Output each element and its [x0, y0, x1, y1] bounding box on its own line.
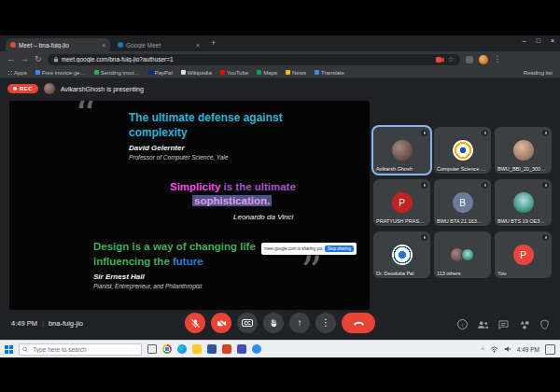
- system-tray: ^ 4:49 PM: [482, 344, 555, 355]
- mic-indicator-icon: [542, 182, 549, 189]
- meeting-meta: 4:49 PM | bna-fuig-jio: [11, 319, 83, 328]
- participant-avatar: [392, 245, 413, 265]
- url-text: meet.google.com/bna-fuig-jio?authuser=1: [62, 56, 434, 63]
- camera-in-use-icon[interactable]: [436, 57, 444, 63]
- more-options-icon: ⋮: [321, 318, 330, 328]
- volume-icon[interactable]: [504, 345, 511, 353]
- reading-list-button[interactable]: Reading list: [524, 70, 553, 76]
- side-panel-buttons: i: [456, 318, 551, 330]
- participant-tile[interactable]: BWU BTS 19 OE3…: [495, 179, 552, 226]
- address-bar[interactable]: meet.google.com/bna-fuig-jio?authuser=1 …: [48, 54, 460, 65]
- start-button[interactable]: [5, 345, 13, 354]
- bookmark-favicon-icon: [94, 70, 99, 75]
- participant-tile[interactable]: BWU_BBI_20_300…: [495, 127, 552, 174]
- powerpoint-taskbar-icon[interactable]: [222, 344, 231, 354]
- chat-button[interactable]: [497, 318, 510, 330]
- quote-1-author: David Gelernter: [129, 144, 185, 152]
- tab-close-icon[interactable]: ×: [102, 42, 105, 49]
- meet-favicon-icon: [118, 42, 123, 48]
- recording-dot-icon: [13, 87, 17, 91]
- wifi-icon[interactable]: [490, 346, 498, 353]
- browser-menu-icon[interactable]: ⋮: [494, 55, 502, 63]
- bookmark-item[interactable]: Free invoice ge…: [35, 70, 86, 76]
- browser-tab-meet[interactable]: Meet – bna-fuig-jio ×: [6, 38, 110, 51]
- host-controls-button[interactable]: [539, 318, 551, 330]
- participant-tile[interactable]: B BWU BTA 21 163…: [434, 179, 491, 226]
- meeting-details-button[interactable]: i: [456, 318, 469, 330]
- activities-button[interactable]: [518, 318, 530, 330]
- bookmarks-bar: Apps Free invoice ge… Sending invoi… Pay…: [0, 67, 560, 78]
- participant-tile[interactable]: Dr. Deodutta Pal: [373, 231, 430, 278]
- participant-name: PRATYUSH PRASU…: [376, 218, 427, 224]
- file-explorer-icon[interactable]: [192, 344, 202, 354]
- teams-taskbar-icon[interactable]: [237, 344, 246, 354]
- new-tab-button[interactable]: +: [211, 38, 216, 48]
- bookmark-item[interactable]: YouTube: [220, 70, 249, 76]
- word-taskbar-icon[interactable]: [207, 344, 217, 354]
- end-call-button[interactable]: [342, 313, 375, 333]
- mic-indicator-icon: [482, 182, 488, 189]
- bookmark-item[interactable]: Maps: [257, 70, 277, 76]
- participant-avatar: [392, 140, 413, 161]
- bookmark-favicon-icon: [257, 70, 261, 75]
- bookmark-item[interactable]: News: [286, 70, 306, 76]
- stop-sharing-button[interactable]: Stop sharing: [325, 245, 354, 252]
- search-input[interactable]: [31, 345, 138, 354]
- clock-text: 4:49 PM: [11, 319, 37, 328]
- back-icon[interactable]: ←: [7, 55, 15, 63]
- edge-taskbar-icon[interactable]: [177, 344, 187, 354]
- more-options-button[interactable]: ⋮: [315, 313, 336, 333]
- browser-tab-secondary[interactable]: Google Meet ×: [113, 38, 204, 51]
- windows-taskbar: ^ 4:49 PM: [0, 340, 560, 357]
- participant-name: Avikarsh Ghosh: [376, 166, 427, 172]
- forward-icon[interactable]: →: [21, 55, 29, 63]
- profile-avatar[interactable]: [479, 55, 488, 64]
- shield-icon: [540, 319, 549, 329]
- camera-button[interactable]: [211, 313, 231, 333]
- bookmark-star-icon[interactable]: ☆: [447, 55, 454, 63]
- present-icon: ↑: [298, 318, 302, 328]
- zoom-taskbar-icon[interactable]: [252, 344, 261, 354]
- participant-tile[interactable]: Avikarsh Ghosh: [373, 127, 430, 174]
- task-view-button[interactable]: [147, 344, 157, 354]
- participant-name: You: [497, 271, 549, 276]
- participant-tile-you[interactable]: P You: [495, 231, 552, 278]
- apps-shortcut[interactable]: Apps: [7, 70, 27, 76]
- bookmark-item[interactable]: Translate: [315, 70, 344, 76]
- action-center-icon[interactable]: [545, 344, 555, 355]
- quote-3-author: Sir Ernest Hall: [93, 273, 145, 281]
- window-minimize-button[interactable]: –: [523, 37, 526, 44]
- tray-chevron-icon[interactable]: ^: [482, 346, 484, 353]
- participant-tile-others[interactable]: 113 others: [434, 231, 491, 278]
- participant-avatar: P: [392, 192, 413, 213]
- mic-button[interactable]: [185, 313, 205, 333]
- window-close-button[interactable]: ×: [551, 37, 554, 44]
- mic-indicator-icon: [542, 130, 549, 136]
- bookmark-item[interactable]: Wikipedia: [181, 70, 212, 76]
- tab-close-icon[interactable]: ×: [196, 42, 200, 49]
- participant-avatar: P: [513, 245, 534, 265]
- camera-off-icon: [217, 318, 227, 329]
- end-call-icon: [353, 320, 365, 326]
- captions-button[interactable]: CC: [237, 313, 258, 333]
- bookmark-item[interactable]: Sending invoi…: [94, 70, 140, 76]
- meeting-code: bna-fuig-jio: [49, 319, 83, 328]
- present-button[interactable]: ↑: [289, 313, 310, 333]
- bookmark-favicon-icon: [35, 70, 40, 75]
- window-maximize-button[interactable]: □: [537, 37, 540, 44]
- extensions-icon[interactable]: [466, 56, 473, 63]
- participant-tile[interactable]: P PRATYUSH PRASU…: [373, 179, 430, 226]
- raise-hand-button[interactable]: [263, 313, 284, 333]
- reload-icon[interactable]: ↻: [35, 55, 42, 63]
- chat-icon: [498, 320, 509, 329]
- people-button[interactable]: [477, 318, 489, 330]
- participant-name: Computer Science a…: [437, 166, 488, 172]
- taskbar-clock[interactable]: 4:49 PM: [517, 346, 539, 353]
- taskbar-search[interactable]: [19, 343, 142, 356]
- participant-tile[interactable]: Computer Science a…: [434, 127, 491, 174]
- chrome-taskbar-icon[interactable]: [162, 344, 172, 354]
- activities-icon: [519, 320, 530, 329]
- browser-tab-strip: Meet – bna-fuig-jio × Google Meet × + – …: [0, 35, 560, 51]
- bookmark-item[interactable]: PayPal: [148, 70, 173, 76]
- browser-toolbar: ← → ↻ meet.google.com/bna-fuig-jio?authu…: [0, 51, 560, 67]
